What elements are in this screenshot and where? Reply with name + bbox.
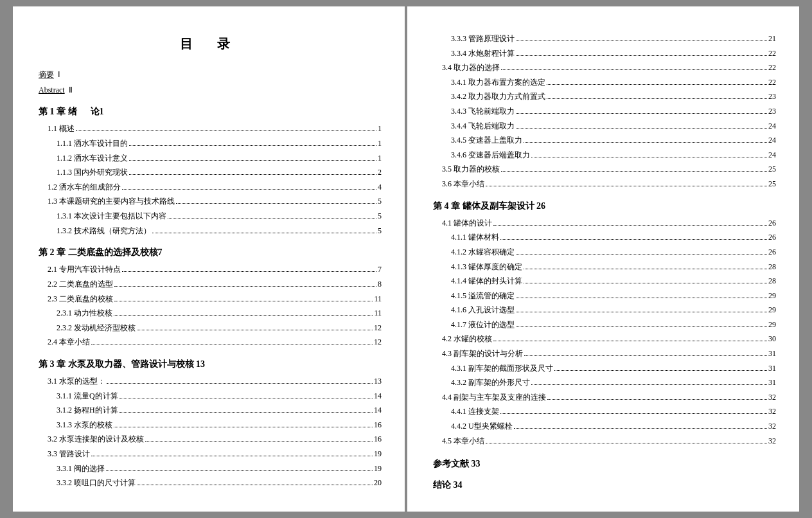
- right-page: 3.3.3 管路原理设计 21 3.3.4 水炮射程计算 22 3.4 取力器的…: [407, 6, 799, 512]
- conclusion-entry: 结论 34: [433, 477, 776, 493]
- toc-row: 1.2 洒水车的组成部分 4: [39, 181, 382, 195]
- references-entry: 参考文献 33: [433, 456, 776, 472]
- conclusion-label: 结论 34: [433, 480, 463, 490]
- toc-row: 3.4.6 变速器后端盖取力 24: [433, 148, 776, 163]
- toc-row: 4.3.1 副车架的截面形状及尺寸 31: [433, 362, 776, 376]
- toc-row: 2.3 二类底盘的校核 11: [39, 292, 382, 307]
- toc-row: 4.1.3 罐体厚度的确定 28: [433, 260, 776, 274]
- toc-row: 4.1 罐体的设计 26: [433, 217, 776, 231]
- toc-row: 1.3.2 技术路线（研究方法） 5: [39, 224, 382, 238]
- chapter-3-heading: 第 3 章 水泵及取力器、管路设计与校核 13: [39, 356, 382, 372]
- toc-row: 4.1.7 液位计的选型 29: [433, 318, 776, 332]
- toc-row: 4.1.5 溢流管的确定 29: [433, 289, 776, 303]
- toc-row: 3.4.3 飞轮前端取力 23: [433, 105, 776, 119]
- toc-row: 3.3 管路设计 19: [39, 447, 382, 461]
- toc-row: 2.3.1 动力性校核 11: [39, 307, 382, 321]
- toc-row: 4.4.2 U型夹紧螺栓 32: [433, 420, 776, 434]
- abstract-entry: 摘要 Ⅰ: [39, 68, 382, 82]
- toc-row: 3.3.3 管路原理设计 21: [433, 32, 776, 46]
- toc-row: 3.4 取力器的选择 22: [433, 61, 776, 75]
- toc-row: 3.1.1 流量Q的计算 14: [39, 389, 382, 404]
- toc-row: 4.1.1 罐体材料 26: [433, 231, 776, 245]
- toc-row: 3.3.4 水炮射程计算 22: [433, 47, 776, 61]
- toc-row: 4.1.2 水罐容积确定 26: [433, 246, 776, 260]
- toc-row: 2.1 专用汽车设计特点 7: [39, 263, 382, 277]
- toc-row: 1.1.1 洒水车设计目的 1: [39, 137, 382, 151]
- toc-row: 4.3.2 副车架的外形尺寸 31: [433, 376, 776, 390]
- chapter-1-heading: 第 1 章 绪 论1: [39, 103, 382, 120]
- toc-row: 4.4.1 连接支架 32: [433, 405, 776, 419]
- chapter-4-heading: 第 4 章 罐体及副车架设计 26: [433, 198, 776, 214]
- toc-row: 3.4.2 取力器取力方式前置式 23: [433, 90, 776, 104]
- toc-row: 4.1.4 罐体的封头计算 28: [433, 274, 776, 289]
- toc-row: 3.5 取力器的校核 25: [433, 163, 776, 177]
- toc-row: 4.5 本章小结 32: [433, 434, 776, 449]
- toc-row: 3.4.1 取力器布置方案的选定 22: [433, 76, 776, 90]
- toc-row: 4.1.6 入孔设计选型 29: [433, 303, 776, 317]
- toc-row: 3.3.1 阀的选择 19: [39, 462, 382, 476]
- toc-row: 3.6 本章小结 25: [433, 177, 776, 192]
- toc-row: 4.2 水罐的校核 30: [433, 332, 776, 346]
- toc-row: 1.1.2 洒水车设计意义 1: [39, 152, 382, 166]
- left-page: 目 录 摘要 Ⅰ Abstract Ⅱ 第 1 章 绪 论1 1.1 概述 1 …: [13, 6, 405, 512]
- toc-row: 1.1.3 国内外研究现状 2: [39, 166, 382, 180]
- abstract-en-suffix: Ⅱ: [65, 85, 73, 94]
- document-container: 目 录 摘要 Ⅰ Abstract Ⅱ 第 1 章 绪 论1 1.1 概述 1 …: [0, 0, 812, 518]
- abstract-en-label: Abstract: [39, 85, 65, 94]
- toc-row: 2.3.2 发动机经济型校核 12: [39, 321, 382, 335]
- references-label: 参考文献 33: [433, 459, 481, 469]
- toc-row: 1.3 本课题研究的主要内容与技术路线 5: [39, 195, 382, 209]
- page-title: 目 录: [39, 32, 382, 55]
- toc-row: 3.4.5 变速器上盖取力 24: [433, 134, 776, 148]
- toc-row: 3.1.3 水泵的校核 16: [39, 418, 382, 433]
- chapter-2-heading: 第 2 章 二类底盘的选择及校核7: [39, 244, 382, 260]
- toc-row: 3.1 水泵的选型： 13: [39, 375, 382, 389]
- toc-row: 3.4.4 飞轮后端取力 24: [433, 120, 776, 134]
- toc-row: 3.3.2 喷咀口的尺寸计算 20: [39, 476, 382, 490]
- abstract-label: 摘要: [39, 70, 54, 79]
- toc-row: 4.4 副架与主车架及支座的连接 32: [433, 391, 776, 405]
- toc-row: 3.1.2 扬程H的计算 14: [39, 404, 382, 418]
- toc-row: 2.2 二类底盘的选型 8: [39, 278, 382, 292]
- toc-row: 3.2 水泵连接架的设计及校核 16: [39, 433, 382, 447]
- abstract-en-entry: Abstract Ⅱ: [39, 84, 382, 98]
- toc-row: 4.3 副车架的设计与分析 31: [433, 347, 776, 361]
- toc-row: 1.1 概述 1: [39, 122, 382, 136]
- abstract-suffix: Ⅰ: [54, 70, 60, 79]
- toc-row: 2.4 本章小结 12: [39, 335, 382, 350]
- toc-row: 1.3.1 本次设计主要包括以下内容 5: [39, 210, 382, 224]
